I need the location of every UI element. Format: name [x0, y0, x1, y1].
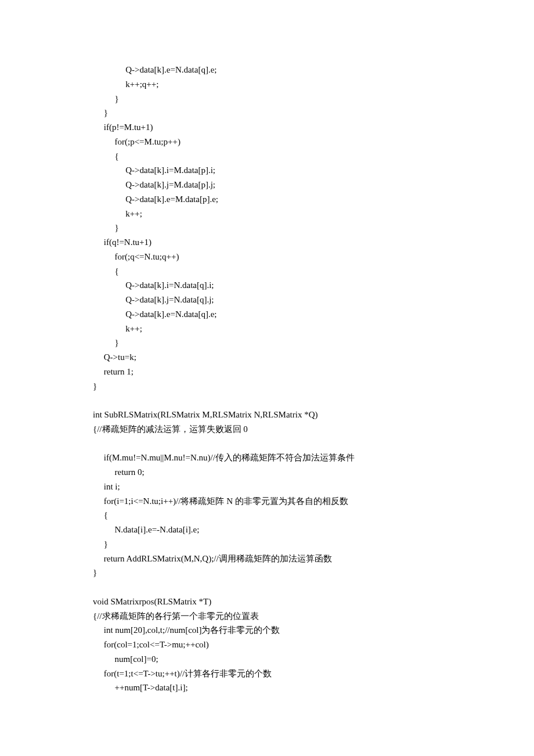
code-page: Q->data[k].e=N.data[q].e; k++;q++; } } i… — [0, 0, 534, 756]
code-block: Q->data[k].e=N.data[q].e; k++;q++; } } i… — [93, 63, 459, 695]
